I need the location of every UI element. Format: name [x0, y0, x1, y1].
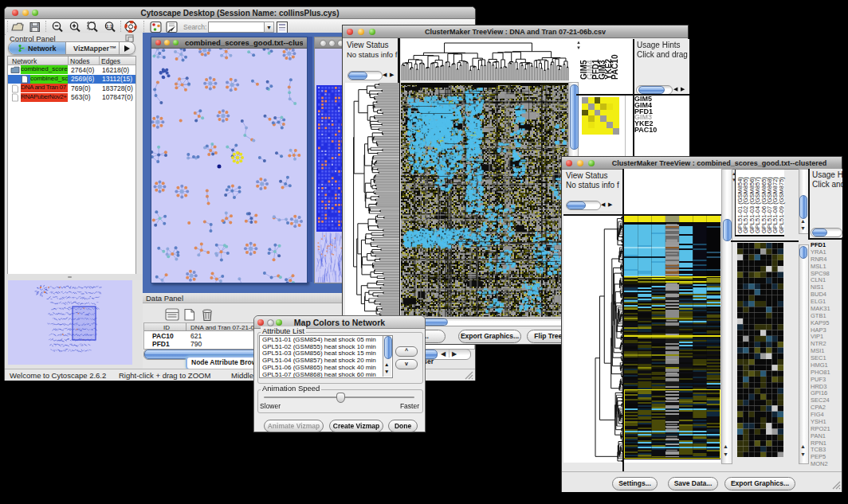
svg-text:1:1: 1:1	[106, 24, 112, 29]
